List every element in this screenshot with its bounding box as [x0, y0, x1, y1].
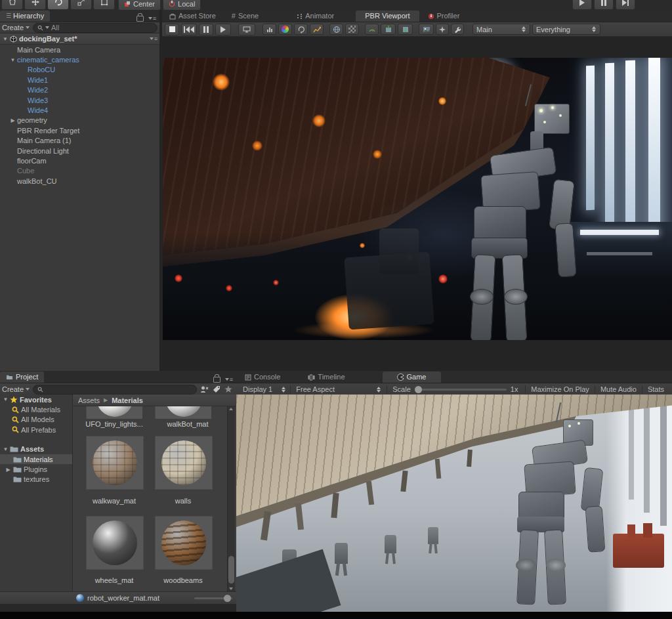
camera-select[interactable]: Main: [472, 24, 530, 35]
alpha-checker-button[interactable]: [345, 24, 359, 35]
move-tool-button[interactable]: [24, 0, 46, 10]
search-by-type-icon[interactable]: [200, 385, 209, 393]
viewport-pause-button[interactable]: [199, 24, 213, 35]
hierarchy-item-wide3[interactable]: Wide3: [0, 95, 159, 105]
material-item-walkway-mat[interactable]: [86, 436, 144, 490]
folder-materials[interactable]: Materials: [0, 454, 72, 464]
material-item-ufo-tiny-lights[interactable]: UFO_tiny_lights...: [74, 420, 154, 428]
hierarchy-search-input[interactable]: All: [33, 23, 158, 33]
tab-profiler[interactable]: Profiler: [422, 11, 466, 22]
favorite-all-prefabs[interactable]: All Prefabs: [0, 425, 72, 435]
game-render-view[interactable]: [236, 395, 672, 612]
levels-button[interactable]: [262, 24, 276, 35]
layers-select[interactable]: Everything: [532, 24, 600, 35]
effects-button[interactable]: [436, 24, 449, 35]
tab-game[interactable]: Game: [383, 372, 441, 383]
hierarchy-item-pbr-render-target[interactable]: PBR Render Target: [0, 125, 159, 135]
favorite-all-models[interactable]: All Models: [0, 415, 72, 425]
materials-scrollbar[interactable]: [227, 406, 235, 591]
hierarchy-item-floorcam[interactable]: floorCam: [0, 156, 159, 165]
favorites-root[interactable]: ▼ Favorites: [0, 395, 72, 404]
save-search-star-icon[interactable]: [224, 385, 232, 393]
tools-button[interactable]: [451, 24, 464, 35]
stats-chart-button[interactable]: [310, 24, 324, 35]
pivot-local-button[interactable]: Local: [163, 0, 201, 10]
material-item-wheels-mat[interactable]: [86, 516, 144, 570]
hierarchy-item-wide1[interactable]: Wide1: [0, 75, 159, 85]
foldout-open-icon[interactable]: ▼: [9, 57, 17, 63]
display-select[interactable]: Display 1: [239, 385, 291, 393]
render-display-button[interactable]: [238, 24, 255, 35]
scale-slider[interactable]: [415, 389, 507, 391]
rotate-tool-button[interactable]: [47, 0, 69, 10]
folder-textures[interactable]: textures: [0, 475, 72, 484]
scene-menu-icon[interactable]: ≡: [150, 35, 157, 42]
color-wheel-button[interactable]: [278, 24, 292, 35]
material-item-walls[interactable]: [155, 436, 213, 490]
panel-menu-icon[interactable]: ≡: [148, 15, 156, 22]
scrollbar-thumb[interactable]: [228, 556, 234, 584]
play-button[interactable]: [572, 0, 592, 10]
breadcrumb-current[interactable]: Materials: [112, 396, 143, 404]
pause-button[interactable]: [594, 0, 614, 10]
step-button[interactable]: [616, 0, 635, 10]
scene-header-row[interactable]: ▼ dockingBay_set* ≡: [0, 33, 159, 45]
image-button[interactable]: [419, 24, 434, 35]
lock-icon[interactable]: [213, 377, 220, 383]
tab-pbr-viewport[interactable]: PBR Viewport: [356, 11, 419, 22]
scroll-up-icon[interactable]: [229, 408, 233, 410]
mute-audio-button[interactable]: Mute Audio: [595, 385, 642, 393]
breadcrumb-root[interactable]: Assets: [78, 396, 100, 404]
scroll-down-icon[interactable]: [229, 587, 233, 590]
favorite-all-materials[interactable]: All Materials: [0, 404, 72, 414]
foldout-open-icon[interactable]: ▼: [1, 446, 10, 452]
tab-project[interactable]: Project: [0, 372, 44, 383]
tab-scene[interactable]: # Scene: [226, 11, 264, 22]
hierarchy-create-button[interactable]: Create: [2, 24, 30, 32]
stats-button[interactable]: Stats: [642, 385, 669, 393]
panel-menu-icon[interactable]: ≡: [225, 376, 232, 383]
capture-in-button[interactable]: [381, 24, 396, 35]
folder-plugins[interactable]: ▶ Plugins: [0, 464, 72, 474]
scene-foldout-icon[interactable]: ▼: [3, 36, 8, 42]
tab-asset-store[interactable]: Asset Store: [163, 11, 222, 22]
viewport-play-button[interactable]: [215, 24, 231, 35]
gauge-button[interactable]: [365, 24, 379, 35]
slider-thumb[interactable]: [224, 595, 231, 602]
scale-slider-thumb[interactable]: [415, 386, 422, 393]
hand-tool-button[interactable]: [1, 0, 23, 10]
rotation-button[interactable]: [294, 24, 308, 35]
hierarchy-item-directional-light[interactable]: Directional Light: [0, 146, 159, 156]
hierarchy-item-wide2[interactable]: Wide2: [0, 85, 159, 95]
lock-icon[interactable]: [136, 16, 144, 22]
stop-button[interactable]: [165, 24, 179, 35]
thumbnail-size-slider[interactable]: [194, 597, 232, 599]
assets-root[interactable]: ▼ Assets: [0, 444, 72, 454]
tab-console[interactable]: Console: [239, 372, 286, 383]
foldout-closed-icon[interactable]: ▶: [9, 117, 17, 123]
material-item-walkbot-mat[interactable]: walkBot_mat: [155, 420, 220, 428]
hierarchy-item-robocu[interactable]: RoboCU: [0, 65, 159, 75]
hierarchy-item-wide4[interactable]: Wide4: [0, 105, 159, 115]
search-by-label-icon[interactable]: [213, 385, 220, 393]
aspect-select[interactable]: Free Aspect: [291, 385, 387, 393]
hierarchy-item-cube[interactable]: Cube: [0, 166, 159, 176]
project-create-button[interactable]: Create: [2, 385, 30, 393]
hierarchy-item-main-camera[interactable]: Main Camera: [0, 45, 159, 54]
hierarchy-item-walkbot-cu[interactable]: walkBot_CU: [0, 176, 159, 186]
foldout-open-icon[interactable]: ▼: [1, 396, 10, 402]
rewind-button[interactable]: [181, 24, 197, 35]
hierarchy-item-cinematic-cameras[interactable]: ▼cinematic_cameras: [0, 54, 159, 64]
maximize-on-play-button[interactable]: Maximize On Play: [525, 385, 595, 393]
pivot-center-button[interactable]: Center: [118, 0, 161, 10]
material-item-woodbeams[interactable]: [155, 516, 213, 570]
pbr-render-view[interactable]: [163, 58, 672, 340]
tab-animator[interactable]: Animator: [291, 11, 340, 22]
scale-tool-button[interactable]: [70, 0, 92, 10]
capture-out-button[interactable]: [398, 24, 413, 35]
project-search-input[interactable]: [33, 385, 197, 395]
tab-timeline[interactable]: Timeline: [302, 372, 350, 383]
tab-hierarchy[interactable]: ☰ Hierarchy: [0, 11, 50, 22]
foldout-closed-icon[interactable]: ▶: [5, 467, 11, 473]
rect-tool-button[interactable]: [93, 0, 115, 10]
